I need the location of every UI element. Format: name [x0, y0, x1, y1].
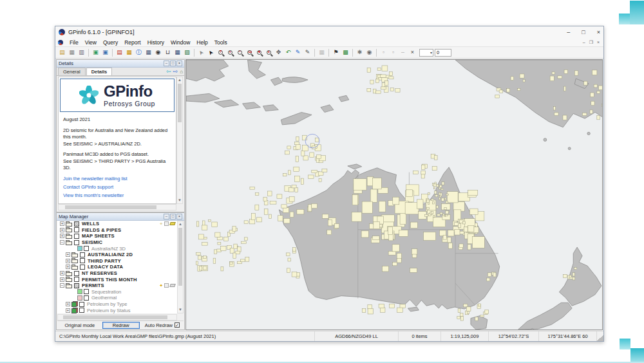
mdi-close-button[interactable]: ×: [597, 40, 600, 45]
tag-gold-icon[interactable]: [169, 222, 176, 225]
layer-label[interactable]: NT RESERVES: [80, 270, 118, 276]
expand-icon[interactable]: +: [66, 302, 70, 306]
layer-checkbox[interactable]: [74, 240, 79, 245]
zoom-window-icon[interactable]: ▭: [245, 48, 254, 57]
zoom-scale-icon[interactable]: s: [264, 48, 274, 57]
layer-checkbox[interactable]: [74, 277, 79, 282]
copy-view-icon[interactable]: ▣: [91, 48, 100, 57]
zoom-value-field[interactable]: 0: [435, 49, 451, 57]
tab-details[interactable]: Details: [86, 68, 113, 75]
layer-checkbox[interactable]: [74, 283, 79, 288]
layer-checkbox[interactable]: [74, 271, 79, 276]
layer-checkbox[interactable]: [84, 246, 89, 251]
home-icon[interactable]: ⌂: [180, 69, 183, 75]
expand-icon[interactable]: +: [60, 228, 64, 232]
collapse-icon[interactable]: −: [60, 240, 64, 245]
menu-tools[interactable]: Tools: [211, 39, 231, 46]
zoom-out-icon[interactable]: −: [235, 48, 245, 57]
mdi-minimize-button[interactable]: –: [583, 40, 585, 45]
menu-window[interactable]: Window: [167, 39, 193, 46]
layer-checkbox[interactable]: [80, 258, 85, 263]
expand-icon[interactable]: +: [60, 234, 64, 238]
tree-item-geothermal[interactable]: Geothermal: [57, 295, 177, 301]
tree-item-fields-pipes[interactable]: +FIELDS & PIPES: [57, 227, 177, 234]
layer-label[interactable]: SEISMIC: [80, 239, 104, 245]
tree-item-petroleum-by-type[interactable]: +Petroleum by Type: [57, 301, 177, 308]
draw-line-icon[interactable]: ✎: [293, 48, 303, 57]
layer-label[interactable]: THIRD PARTY: [86, 258, 122, 264]
window-close-icon[interactable]: ×: [408, 48, 417, 57]
layer-checkbox[interactable]: [74, 221, 79, 227]
expand-icon[interactable]: +: [66, 265, 70, 269]
mapman-vscrollbar[interactable]: ▲ ▼: [177, 221, 184, 313]
newsletter-link[interactable]: View this month's newsletter: [63, 192, 171, 200]
star-gold-icon[interactable]: ✦: [159, 283, 163, 288]
layer-checkbox[interactable]: [74, 227, 79, 232]
maximize-button[interactable]: □: [582, 29, 585, 35]
mapman-hscrollbar[interactable]: [57, 314, 177, 321]
redraw-button[interactable]: Redraw: [102, 322, 140, 329]
layer-label[interactable]: AUSTRALIA/NZ 2D: [86, 252, 134, 257]
zoom-in-icon[interactable]: +: [225, 48, 235, 57]
expand-icon[interactable]: +: [66, 259, 70, 263]
menu-help[interactable]: Help: [193, 39, 211, 46]
layer-checkbox[interactable]: [79, 302, 84, 307]
print-icon[interactable]: ▦: [67, 48, 77, 57]
layer-checkbox[interactable]: [84, 295, 89, 301]
tree-item-third-party[interactable]: +THIRD PARTY: [57, 258, 177, 265]
tree-item-seismic[interactable]: −SEISMIC: [57, 239, 177, 246]
layer-label[interactable]: Petroleum by Status: [86, 308, 132, 313]
menu-view[interactable]: View: [82, 39, 100, 46]
tree-item-petroleum-by-status[interactable]: +Petroleum by Status: [57, 307, 177, 313]
insert-image-icon[interactable]: ▨: [182, 48, 192, 57]
menu-query[interactable]: Query: [100, 39, 121, 46]
tree-item-wells[interactable]: +WELLS✦: [57, 221, 177, 227]
layer-label[interactable]: FIELDS & PIPES: [80, 227, 122, 233]
identify-icon[interactable]: ⓘ: [134, 48, 144, 57]
window-minimize-icon[interactable]: –: [398, 48, 408, 57]
map-canvas[interactable]: [186, 60, 602, 330]
tree-item-nt-reserves[interactable]: +NT RESERVES: [57, 270, 177, 277]
layers-gray-icon[interactable]: [164, 283, 169, 288]
details-close-icon[interactable]: ×: [176, 60, 182, 66]
scale-combo[interactable]: ▾: [419, 49, 433, 57]
menu-report[interactable]: Report: [121, 39, 144, 46]
search-icon[interactable]: ◉: [153, 48, 163, 57]
details-minimize-icon[interactable]: –: [164, 60, 169, 66]
layer-checkbox[interactable]: [74, 234, 79, 239]
tree-item-permits-this-month[interactable]: +PERMITS THIS MONTH: [57, 276, 177, 283]
layer-checkbox[interactable]: [79, 308, 84, 313]
window-float-icon[interactable]: ▫: [388, 48, 398, 57]
box-faded-icon[interactable]: [164, 221, 169, 226]
menu-file[interactable]: File: [66, 39, 82, 46]
menu-history[interactable]: History: [144, 39, 167, 46]
star-faded-icon[interactable]: ✦: [159, 221, 163, 227]
grid-icon[interactable]: ▦: [317, 48, 327, 57]
export-view-icon[interactable]: ▣: [100, 48, 110, 57]
mdi-restore-button[interactable]: ❐: [589, 40, 593, 45]
collapse-icon[interactable]: −: [60, 283, 64, 288]
details-maximize-icon[interactable]: □: [170, 60, 176, 66]
expand-icon[interactable]: +: [60, 277, 64, 282]
expand-icon[interactable]: +: [60, 271, 64, 275]
layer-display-icon[interactable]: ▦: [124, 48, 134, 57]
open-icon[interactable]: ▤: [57, 48, 67, 57]
refresh-view-icon[interactable]: ↶: [283, 48, 293, 57]
tree-item-australia-nz-2d[interactable]: +AUSTRALIA/NZ 2D: [57, 252, 177, 258]
details-vscrollbar[interactable]: ▲ ▼: [176, 77, 183, 204]
mdi-child-icon[interactable]: [58, 40, 63, 45]
layer-label[interactable]: WELLS: [80, 221, 100, 227]
attribute-table-icon[interactable]: ▦: [144, 48, 153, 57]
mapman-close-icon[interactable]: ×: [176, 214, 182, 219]
forward-arrow-icon[interactable]: ⇨: [173, 68, 178, 75]
minimize-button[interactable]: –: [567, 29, 570, 35]
zoom-previous-icon[interactable]: ◂: [254, 48, 264, 57]
capture-icon[interactable]: ◉: [365, 48, 374, 57]
polygon-select-icon[interactable]: ⊔: [163, 48, 173, 57]
layer-label[interactable]: Geothermal: [90, 295, 118, 301]
details-hscrollbar[interactable]: [58, 204, 176, 210]
resize-grip[interactable]: [597, 331, 603, 341]
layer-label[interactable]: MAP SHEETS: [80, 233, 116, 239]
measure-icon[interactable]: ✎: [303, 48, 312, 57]
expand-icon[interactable]: +: [60, 221, 64, 226]
